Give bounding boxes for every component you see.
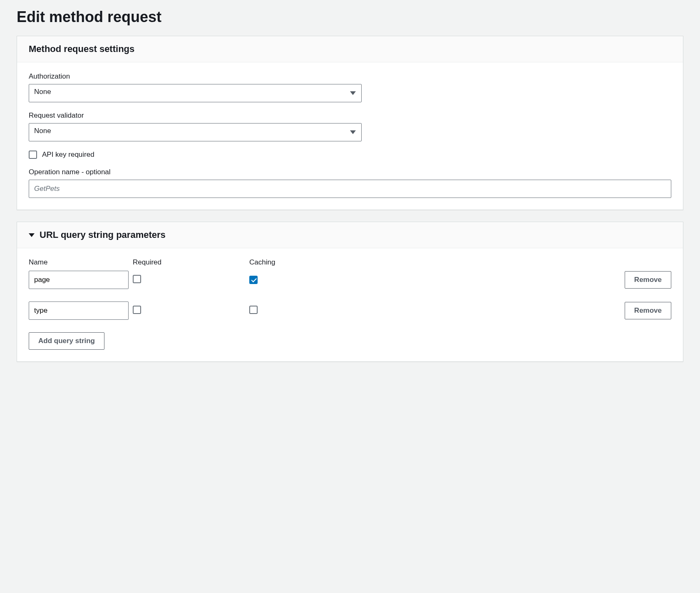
query-params-panel: URL query string parameters Name Require…	[17, 222, 683, 362]
query-param-name-input[interactable]	[29, 271, 129, 289]
settings-panel-header: Method request settings	[17, 36, 683, 62]
api-key-required-row: API key required	[29, 151, 671, 159]
query-param-row: Remove	[29, 301, 671, 320]
authorization-group: Authorization None	[29, 72, 671, 102]
query-params-title: URL query string parameters	[40, 230, 166, 240]
authorization-select-wrapper: None	[29, 84, 362, 102]
add-query-string-button[interactable]: Add query string	[29, 332, 104, 350]
remove-query-param-button[interactable]: Remove	[625, 271, 671, 289]
caret-down-icon	[29, 233, 35, 237]
query-params-body: Name Required Caching RemoveRemove Add q…	[17, 248, 683, 361]
column-actions-header	[366, 258, 671, 267]
query-param-required-checkbox[interactable]	[133, 275, 141, 283]
request-validator-group: Request validator None	[29, 111, 671, 141]
query-param-caching-checkbox[interactable]	[249, 276, 258, 284]
request-validator-select-wrapper: None	[29, 123, 362, 141]
request-validator-select[interactable]: None	[29, 123, 362, 141]
page-title: Edit method request	[17, 8, 683, 26]
query-params-header[interactable]: URL query string parameters	[17, 222, 683, 248]
settings-panel-body: Authorization None Request validator Non…	[17, 62, 683, 210]
remove-query-param-button[interactable]: Remove	[625, 302, 671, 319]
settings-panel-title: Method request settings	[29, 44, 671, 54]
query-param-required-checkbox[interactable]	[133, 306, 141, 314]
api-key-required-label: API key required	[42, 151, 94, 159]
request-validator-label: Request validator	[29, 111, 671, 120]
authorization-label: Authorization	[29, 72, 671, 81]
operation-name-group: Operation name - optional	[29, 168, 671, 198]
operation-name-label: Operation name - optional	[29, 168, 671, 176]
query-params-header-row: Name Required Caching	[29, 258, 671, 267]
query-param-caching-checkbox[interactable]	[249, 306, 258, 314]
operation-name-input[interactable]	[29, 180, 671, 198]
column-name-header: Name	[29, 258, 133, 267]
query-params-table: Name Required Caching RemoveRemove Add q…	[29, 258, 671, 350]
authorization-select[interactable]: None	[29, 84, 362, 102]
api-key-required-checkbox[interactable]	[29, 151, 37, 159]
query-param-name-input[interactable]	[29, 301, 129, 320]
add-query-string-container: Add query string	[29, 332, 671, 350]
column-required-header: Required	[133, 258, 249, 267]
column-caching-header: Caching	[249, 258, 366, 267]
method-request-settings-panel: Method request settings Authorization No…	[17, 36, 683, 210]
query-params-header-toggle[interactable]: URL query string parameters	[29, 230, 671, 240]
query-param-row: Remove	[29, 271, 671, 289]
